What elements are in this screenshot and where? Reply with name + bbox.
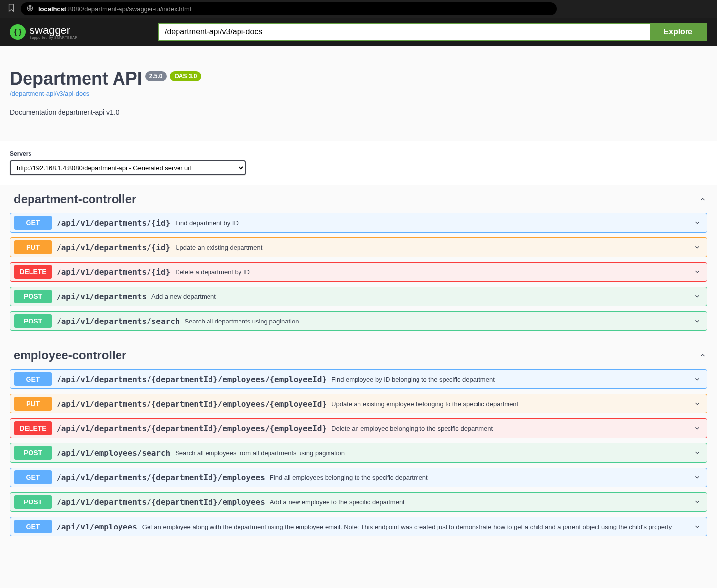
chevron-down-icon: [694, 473, 703, 482]
servers-select[interactable]: http://192.168.1.4:8080/department-api -…: [10, 160, 246, 175]
swagger-logo-text: swagger: [30, 25, 78, 36]
http-method-badge: GET: [14, 216, 52, 230]
operation-summary: Find all employees belonging to the spec…: [270, 474, 428, 481]
operation-path: /api/v1/employees: [57, 522, 137, 531]
operation-summary: Find employee by ID belonging to the spe…: [331, 376, 495, 383]
chevron-down-icon: [694, 522, 703, 531]
http-method-badge: PUT: [14, 240, 52, 254]
url-bar[interactable]: localhost:8080/department-api/swagger-ui…: [21, 2, 557, 15]
globe-icon: [27, 5, 33, 13]
api-docs-link[interactable]: /department-api/v3/api-docs: [10, 90, 707, 97]
tag-name: department-controller: [14, 192, 136, 206]
chevron-up-icon: [698, 195, 707, 204]
operation-summary: Find department by ID: [175, 219, 239, 227]
http-method-badge: DELETE: [14, 421, 52, 435]
operation-summary: Get an employee along with the departmen…: [142, 523, 672, 530]
http-method-badge: POST: [14, 446, 52, 460]
api-description: Documentation department-api v1.0: [10, 108, 707, 116]
operation-summary: Update an existing department: [175, 244, 262, 251]
chevron-down-icon: [694, 424, 703, 433]
explore-button[interactable]: Explore: [650, 24, 706, 40]
swagger-logo[interactable]: { } swagger Supported by SMARTBEAR: [10, 24, 78, 40]
tag-header-employee-controller[interactable]: employee-controller: [10, 342, 707, 367]
operation-row[interactable]: POST/api/v1/departments/{departmentId}/e…: [10, 492, 707, 512]
swagger-logo-subtitle: Supported by SMARTBEAR: [30, 36, 78, 39]
operation-summary: Update an existing employee belonging to…: [331, 400, 518, 408]
operation-path: /api/v1/departments/{departmentId}/emplo…: [57, 399, 327, 409]
chevron-down-icon: [694, 267, 703, 276]
chevron-up-icon: [698, 351, 707, 360]
operation-path: /api/v1/departments/{departmentId}/emplo…: [57, 498, 265, 507]
bookmark-icon[interactable]: [8, 4, 15, 14]
operation-path: /api/v1/employees/search: [57, 448, 170, 458]
operation-row[interactable]: PUT/api/v1/departments/{departmentId}/em…: [10, 394, 707, 413]
api-version-badge: 2.5.0: [145, 71, 167, 81]
operation-path: /api/v1/departments/{id}: [57, 267, 170, 277]
http-method-badge: GET: [14, 520, 52, 533]
operation-summary: Delete an employee belonging to the spec…: [331, 425, 493, 432]
chevron-down-icon: [694, 243, 703, 252]
chevron-down-icon: [694, 448, 703, 457]
servers-label: Servers: [10, 150, 707, 157]
operation-summary: Add a new employee to the specific depar…: [270, 499, 405, 506]
operation-row[interactable]: GET/api/v1/departments/{id}Find departme…: [10, 213, 707, 233]
operation-path: /api/v1/departments: [57, 292, 147, 301]
http-method-badge: DELETE: [14, 265, 52, 279]
http-method-badge: POST: [14, 495, 52, 509]
tag-name: employee-controller: [14, 349, 126, 362]
swagger-topbar: { } swagger Supported by SMARTBEAR Explo…: [0, 18, 717, 46]
operation-row[interactable]: POST/api/v1/departments/searchSearch all…: [10, 311, 707, 331]
operation-row[interactable]: GET/api/v1/employeesGet an employee alon…: [10, 517, 707, 536]
chevron-down-icon: [694, 317, 703, 325]
operation-path: /api/v1/departments/{departmentId}/emplo…: [57, 375, 327, 384]
operation-row[interactable]: POST/api/v1/employees/searchSearch all e…: [10, 443, 707, 463]
operation-path: /api/v1/departments/{departmentId}/emplo…: [57, 424, 327, 433]
http-method-badge: PUT: [14, 397, 52, 411]
oas-version-badge: OAS 3.0: [170, 71, 201, 81]
operation-path: /api/v1/departments/{departmentId}/emplo…: [57, 473, 265, 482]
operation-summary: Search all employees from all department…: [175, 449, 345, 457]
operation-path: /api/v1/departments/{id}: [57, 218, 170, 228]
browser-bar: localhost:8080/department-api/swagger-ui…: [0, 0, 717, 18]
chevron-down-icon: [694, 399, 703, 408]
operation-row[interactable]: GET/api/v1/departments/{departmentId}/em…: [10, 369, 707, 389]
operation-path: /api/v1/departments/search: [57, 317, 179, 326]
http-method-badge: GET: [14, 372, 52, 386]
tag-header-department-controller[interactable]: department-controller: [10, 185, 707, 211]
chevron-down-icon: [694, 218, 703, 227]
chevron-down-icon: [694, 498, 703, 506]
swagger-logo-icon: { }: [10, 24, 26, 40]
api-title: Department API: [10, 68, 142, 89]
explore-form: Explore: [158, 23, 707, 41]
chevron-down-icon: [694, 375, 703, 383]
chevron-down-icon: [694, 292, 703, 301]
url-text: localhost:8080/department-api/swagger-ui…: [38, 5, 191, 13]
http-method-badge: POST: [14, 314, 52, 328]
operation-summary: Add a new department: [151, 293, 216, 300]
operation-summary: Delete a department by ID: [175, 268, 250, 276]
operation-row[interactable]: DELETE/api/v1/departments/{departmentId}…: [10, 418, 707, 438]
http-method-badge: POST: [14, 290, 52, 303]
operation-row[interactable]: POST/api/v1/departmentsAdd a new departm…: [10, 287, 707, 306]
http-method-badge: GET: [14, 470, 52, 484]
operation-summary: Search all departments using pagination: [184, 318, 299, 325]
spec-url-input[interactable]: [159, 24, 650, 40]
operation-row[interactable]: DELETE/api/v1/departments/{id}Delete a d…: [10, 262, 707, 282]
operation-row[interactable]: PUT/api/v1/departments/{id}Update an exi…: [10, 237, 707, 257]
operation-row[interactable]: GET/api/v1/departments/{departmentId}/em…: [10, 468, 707, 487]
operation-path: /api/v1/departments/{id}: [57, 243, 170, 252]
